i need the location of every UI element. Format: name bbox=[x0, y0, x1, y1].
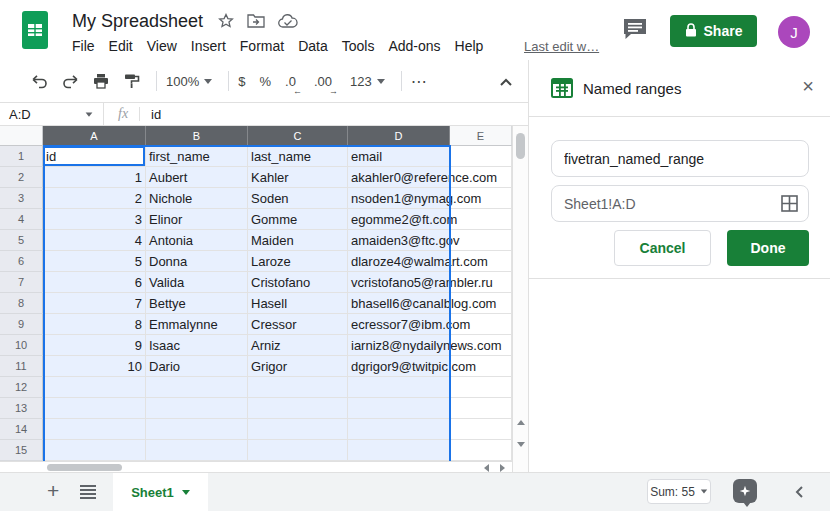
row-header-10[interactable]: 10 bbox=[0, 335, 43, 356]
cell-D3[interactable]: nsoden1@nymag.com bbox=[348, 188, 450, 209]
row-header-11[interactable]: 11 bbox=[0, 356, 43, 377]
account-avatar[interactable]: J bbox=[778, 16, 810, 48]
column-header-B[interactable]: B bbox=[146, 126, 248, 146]
cell-B3[interactable]: Nichole bbox=[146, 188, 248, 209]
cell-E1[interactable] bbox=[450, 146, 512, 167]
row-header-3[interactable]: 3 bbox=[0, 188, 43, 209]
zoom-control[interactable]: 100% bbox=[166, 74, 212, 89]
cell-C3[interactable]: Soden bbox=[248, 188, 348, 209]
formula-input[interactable]: id bbox=[151, 107, 161, 122]
cell-B9[interactable]: Emmalynne bbox=[146, 314, 248, 335]
cell-D5[interactable]: amaiden3@ftc.gov bbox=[348, 230, 450, 251]
cell-B12[interactable] bbox=[146, 377, 248, 398]
menu-view[interactable]: View bbox=[140, 36, 184, 56]
cell-E15[interactable] bbox=[450, 440, 512, 461]
collapse-toolbar-icon[interactable] bbox=[498, 74, 514, 92]
cell-C2[interactable]: Kahler bbox=[248, 167, 348, 188]
cell-C6[interactable]: Laroze bbox=[248, 251, 348, 272]
row-header-13[interactable]: 13 bbox=[0, 398, 43, 419]
comment-history-icon[interactable] bbox=[622, 17, 652, 45]
horizontal-scrollbar[interactable] bbox=[0, 461, 512, 472]
cell-A3[interactable]: 2 bbox=[43, 188, 146, 209]
cell-A8[interactable]: 7 bbox=[43, 293, 146, 314]
cell-E13[interactable] bbox=[450, 398, 512, 419]
last-edit-link[interactable]: Last edit w… bbox=[524, 39, 599, 54]
menu-format[interactable]: Format bbox=[233, 36, 291, 56]
cell-A10[interactable]: 9 bbox=[43, 335, 146, 356]
cell-A15[interactable] bbox=[43, 440, 146, 461]
cell-A5[interactable]: 4 bbox=[43, 230, 146, 251]
cell-A11[interactable]: 10 bbox=[43, 356, 146, 377]
scroll-right-icon[interactable] bbox=[500, 464, 505, 472]
horizontal-scrollbar-thumb[interactable] bbox=[47, 464, 122, 471]
sheet-tab[interactable]: Sheet1 bbox=[113, 473, 208, 511]
cell-A13[interactable] bbox=[43, 398, 146, 419]
column-header-A[interactable]: A bbox=[43, 126, 146, 146]
row-header-15[interactable]: 15 bbox=[0, 440, 43, 461]
cell-E4[interactable] bbox=[450, 209, 512, 230]
cell-D12[interactable] bbox=[348, 377, 450, 398]
cell-D11[interactable]: dgrigor9@twitpic.com bbox=[348, 356, 450, 377]
cell-C4[interactable]: Gomme bbox=[248, 209, 348, 230]
done-button[interactable]: Done bbox=[727, 230, 809, 266]
menu-file[interactable]: File bbox=[65, 36, 102, 56]
decrease-decimal-button[interactable]: .0← bbox=[285, 74, 296, 89]
cell-A9[interactable]: 8 bbox=[43, 314, 146, 335]
menu-add-ons[interactable]: Add-ons bbox=[381, 36, 447, 56]
row-header-2[interactable]: 2 bbox=[0, 167, 43, 188]
range-reference-input[interactable] bbox=[551, 185, 809, 222]
explore-icon[interactable] bbox=[733, 479, 757, 503]
cell-E12[interactable] bbox=[450, 377, 512, 398]
select-data-range-icon[interactable] bbox=[781, 195, 798, 216]
cell-C11[interactable]: Grigor bbox=[248, 356, 348, 377]
print-icon[interactable] bbox=[92, 72, 110, 90]
cell-D8[interactable]: bhasell6@canalblog.com bbox=[348, 293, 450, 314]
cell-A2[interactable]: 1 bbox=[43, 167, 146, 188]
cell-D14[interactable] bbox=[348, 419, 450, 440]
cell-C9[interactable]: Cressor bbox=[248, 314, 348, 335]
cell-A6[interactable]: 5 bbox=[43, 251, 146, 272]
paint-format-icon[interactable] bbox=[123, 72, 141, 90]
cancel-button[interactable]: Cancel bbox=[614, 230, 711, 266]
more-tools-icon[interactable]: ⋯ bbox=[411, 72, 428, 91]
sum-indicator[interactable]: Sum: 55 bbox=[647, 479, 711, 504]
select-all-corner[interactable] bbox=[0, 126, 43, 146]
range-name-input[interactable] bbox=[551, 140, 809, 177]
row-header-8[interactable]: 8 bbox=[0, 293, 43, 314]
row-header-9[interactable]: 9 bbox=[0, 314, 43, 335]
cell-D7[interactable]: vcristofano5@rambler.ru bbox=[348, 272, 450, 293]
vertical-scrollbar[interactable] bbox=[512, 126, 528, 472]
scroll-down-icon[interactable] bbox=[517, 442, 525, 447]
cell-C10[interactable]: Arniz bbox=[248, 335, 348, 356]
cell-D4[interactable]: egomme2@ft.com bbox=[348, 209, 450, 230]
cloud-status-icon[interactable] bbox=[278, 14, 298, 32]
cell-C14[interactable] bbox=[248, 419, 348, 440]
menu-edit[interactable]: Edit bbox=[102, 36, 140, 56]
cell-A7[interactable]: 6 bbox=[43, 272, 146, 293]
cell-B7[interactable]: Valida bbox=[146, 272, 248, 293]
cell-D9[interactable]: ecressor7@ibm.com bbox=[348, 314, 450, 335]
cell-B14[interactable] bbox=[146, 419, 248, 440]
cell-A1[interactable]: id bbox=[43, 146, 146, 167]
all-sheets-menu-icon[interactable] bbox=[80, 485, 96, 499]
cell-B10[interactable]: Isaac bbox=[146, 335, 248, 356]
row-header-5[interactable]: 5 bbox=[0, 230, 43, 251]
cell-B2[interactable]: Aubert bbox=[146, 167, 248, 188]
cell-C15[interactable] bbox=[248, 440, 348, 461]
cell-B1[interactable]: first_name bbox=[146, 146, 248, 167]
cell-B15[interactable] bbox=[146, 440, 248, 461]
cell-B11[interactable]: Dario bbox=[146, 356, 248, 377]
add-sheet-button[interactable]: + bbox=[47, 479, 59, 503]
share-button[interactable]: Share bbox=[670, 15, 757, 47]
cell-C8[interactable]: Hasell bbox=[248, 293, 348, 314]
cell-B13[interactable] bbox=[146, 398, 248, 419]
cell-C1[interactable]: last_name bbox=[248, 146, 348, 167]
sheets-logo-icon[interactable] bbox=[22, 11, 48, 49]
star-icon[interactable] bbox=[218, 13, 234, 33]
row-header-4[interactable]: 4 bbox=[0, 209, 43, 230]
undo-icon[interactable] bbox=[30, 72, 48, 90]
cell-B6[interactable]: Donna bbox=[146, 251, 248, 272]
cell-A14[interactable] bbox=[43, 419, 146, 440]
more-formats-button[interactable]: 123 bbox=[350, 74, 385, 89]
close-icon[interactable]: × bbox=[802, 76, 814, 96]
